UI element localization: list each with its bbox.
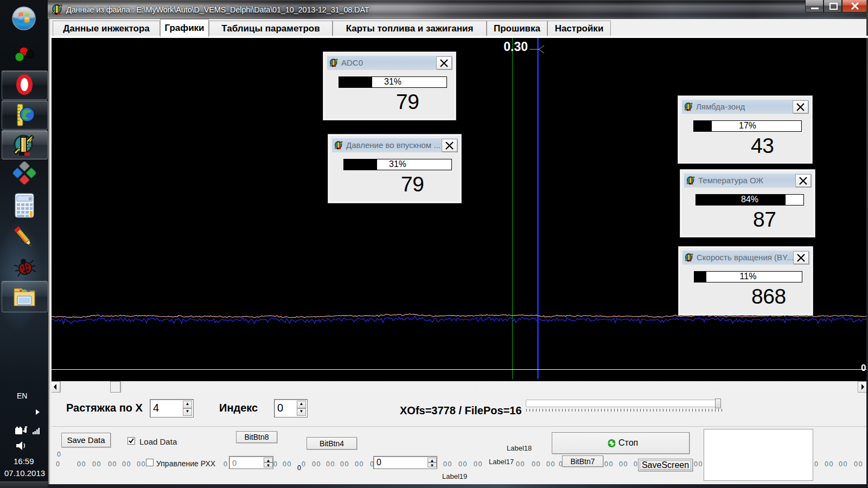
svg-text:0: 0 [29, 196, 31, 201]
svg-text:0.30: 0.30 [503, 40, 528, 54]
svg-text:0: 0 [861, 363, 866, 373]
